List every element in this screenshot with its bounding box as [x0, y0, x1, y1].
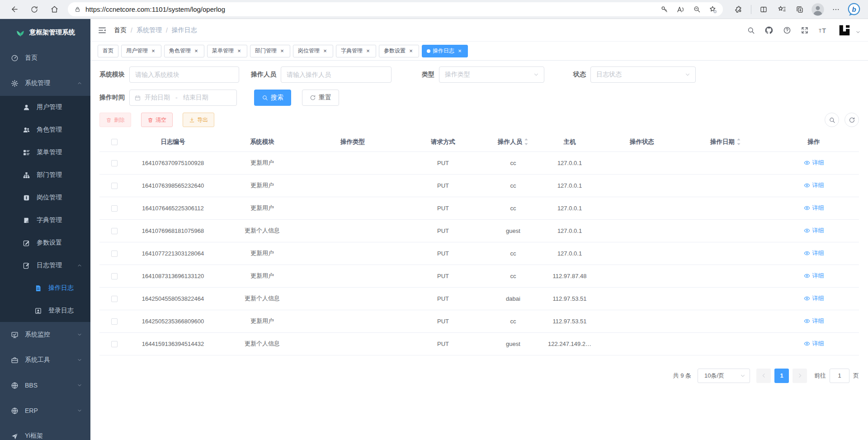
- extensions-button[interactable]: [731, 2, 746, 17]
- user-avatar[interactable]: [838, 24, 851, 37]
- collections-button[interactable]: [792, 2, 807, 17]
- sort-caret-icon[interactable]: [524, 138, 528, 146]
- browser-back-button[interactable]: [6, 2, 23, 17]
- split-screen-button[interactable]: [756, 2, 771, 17]
- sidebar-item-home[interactable]: 首页: [0, 45, 90, 71]
- read-aloud-button[interactable]: [673, 3, 688, 16]
- password-button[interactable]: [657, 3, 671, 16]
- search-button[interactable]: 搜索: [254, 90, 291, 106]
- sidebar-item-system-mgmt[interactable]: 系统管理: [0, 71, 90, 96]
- detail-link[interactable]: 详细: [804, 249, 824, 257]
- tab-dict-mgmt[interactable]: 字典管理×: [336, 45, 376, 57]
- sidebar-item-user-mgmt[interactable]: 用户管理: [0, 96, 90, 118]
- detail-link[interactable]: 详细: [804, 317, 824, 325]
- tab-close-icon[interactable]: ×: [193, 48, 199, 54]
- operator-input[interactable]: [281, 66, 392, 83]
- sidebar-item-erp[interactable]: ERP: [0, 398, 90, 423]
- table-search-toggle-button[interactable]: [825, 113, 839, 127]
- table-refresh-button[interactable]: [844, 113, 859, 127]
- browser-refresh-button[interactable]: [26, 2, 42, 17]
- sidebar-item-login-log[interactable]: 登录日志: [0, 299, 90, 322]
- browser-menu-button[interactable]: [828, 2, 844, 17]
- type-select[interactable]: 操作类型: [439, 66, 544, 83]
- tab-close-icon[interactable]: ×: [457, 48, 463, 54]
- tab-close-icon[interactable]: ×: [150, 48, 156, 54]
- sidebar-item-menu-mgmt[interactable]: 菜单管理: [0, 141, 90, 164]
- tab-oper-log[interactable]: 操作日志×: [422, 45, 468, 57]
- detail-link[interactable]: 详细: [804, 204, 824, 212]
- fullscreen-button[interactable]: [801, 26, 809, 34]
- select-all-checkbox[interactable]: [111, 139, 118, 145]
- detail-link[interactable]: 详细: [804, 340, 824, 348]
- sidebar-item-role-mgmt[interactable]: 角色管理: [0, 118, 90, 141]
- tab-close-icon[interactable]: ×: [408, 48, 414, 54]
- tab-menu-mgmt[interactable]: 菜单管理×: [207, 45, 247, 57]
- github-button[interactable]: [764, 26, 774, 35]
- detail-link[interactable]: 详细: [804, 181, 824, 189]
- detail-link[interactable]: 详细: [804, 159, 824, 167]
- breadcrumb-home[interactable]: 首页: [114, 26, 127, 34]
- help-button[interactable]: [783, 26, 791, 34]
- row-checkbox[interactable]: [111, 205, 118, 212]
- header-search-button[interactable]: [747, 26, 755, 34]
- goto-page-input[interactable]: [830, 369, 849, 383]
- bing-chat-button[interactable]: b: [846, 2, 862, 17]
- clear-button[interactable]: 清空: [141, 113, 173, 127]
- sidebar-item-yi-framework[interactable]: Yi框架: [0, 423, 90, 440]
- browser-home-button[interactable]: [46, 2, 62, 17]
- select-all-header[interactable]: [99, 132, 129, 151]
- sidebar-item-dept-mgmt[interactable]: 部门管理: [0, 164, 90, 186]
- export-button[interactable]: 导出: [183, 113, 214, 127]
- tab-param-settings[interactable]: 参数设置×: [379, 45, 419, 57]
- row-checkbox[interactable]: [111, 183, 118, 189]
- sort-caret-icon[interactable]: [736, 138, 741, 146]
- tab-close-icon[interactable]: ×: [322, 48, 328, 54]
- sidebar-item-system-tools[interactable]: 系统工具: [0, 347, 90, 373]
- tab-user-mgmt[interactable]: 用户管理×: [121, 45, 161, 57]
- date-range-picker[interactable]: 开始日期 - 结束日期: [129, 90, 237, 106]
- prev-page-button[interactable]: [756, 369, 771, 383]
- delete-button[interactable]: 删除: [99, 113, 131, 127]
- sidebar-item-dict-mgmt[interactable]: 字典管理: [0, 209, 90, 232]
- sidebar-item-param-settings[interactable]: 参数设置: [0, 232, 90, 254]
- detail-link[interactable]: 详细: [804, 272, 824, 280]
- tab-home[interactable]: 首页: [98, 45, 118, 57]
- col-operator[interactable]: 操作人员: [488, 132, 538, 151]
- row-checkbox[interactable]: [111, 296, 118, 302]
- page-number-1[interactable]: 1: [774, 369, 789, 383]
- sidebar-item-system-monitor[interactable]: 系统监控: [0, 322, 90, 347]
- sidebar-item-post-mgmt[interactable]: 岗位管理: [0, 186, 90, 209]
- tab-dept-mgmt[interactable]: 部门管理×: [250, 45, 290, 57]
- add-favorite-button[interactable]: [706, 3, 720, 16]
- row-checkbox[interactable]: [111, 318, 118, 325]
- url-text[interactable]: https://ccnetcore.com:1101/system/log/op…: [85, 5, 657, 13]
- tab-close-icon[interactable]: ×: [279, 48, 285, 54]
- favorites-button[interactable]: [774, 2, 789, 17]
- tab-post-mgmt[interactable]: 岗位管理×: [293, 45, 333, 57]
- sidebar-item-log-mgmt[interactable]: 日志管理: [0, 254, 90, 277]
- address-bar[interactable]: https://ccnetcore.com:1101/system/log/op…: [68, 2, 723, 16]
- row-checkbox[interactable]: [111, 251, 118, 257]
- status-select[interactable]: 日志状态: [590, 66, 696, 83]
- font-size-button[interactable]: TT: [818, 25, 828, 35]
- row-checkbox[interactable]: [111, 160, 118, 166]
- zoom-out-button[interactable]: [689, 3, 704, 16]
- next-page-button[interactable]: [793, 369, 807, 383]
- sidebar-item-oper-log[interactable]: 操作日志: [0, 277, 90, 299]
- detail-link[interactable]: 详细: [804, 227, 824, 235]
- page-size-select[interactable]: 10条/页: [698, 369, 750, 383]
- browser-profile-button[interactable]: [810, 2, 826, 17]
- row-checkbox[interactable]: [111, 228, 118, 234]
- tab-close-icon[interactable]: ×: [236, 48, 242, 54]
- tab-role-mgmt[interactable]: 角色管理×: [164, 45, 204, 57]
- detail-link[interactable]: 详细: [804, 294, 824, 303]
- module-input[interactable]: [129, 66, 239, 83]
- sidebar-item-bbs[interactable]: BBS: [0, 373, 90, 398]
- col-op-date[interactable]: 操作日期: [683, 132, 769, 151]
- reset-button[interactable]: 重置: [302, 90, 339, 106]
- row-checkbox[interactable]: [111, 273, 118, 279]
- app-logo[interactable]: 意框架管理系统: [0, 19, 90, 45]
- tab-close-icon[interactable]: ×: [365, 48, 371, 54]
- row-checkbox[interactable]: [111, 341, 118, 347]
- hamburger-icon[interactable]: [98, 26, 107, 35]
